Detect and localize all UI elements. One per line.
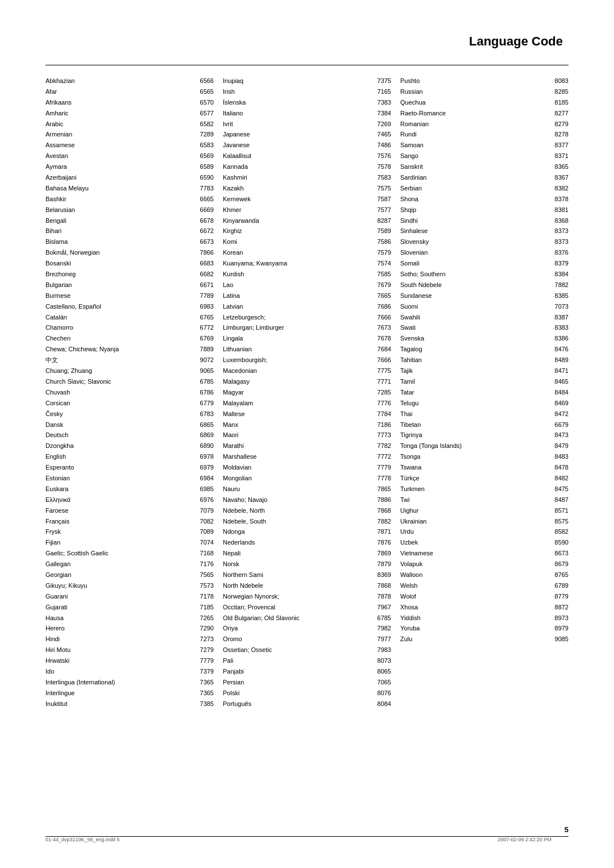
language-name: Luxembourgish; <box>223 356 373 364</box>
language-code: 7587 <box>373 195 391 203</box>
language-code: 7589 <box>373 227 391 235</box>
list-item: Kalaallisut7576 <box>223 152 391 160</box>
language-name: Bislama <box>45 238 196 246</box>
list-item: Raeto-Romance8277 <box>400 109 569 118</box>
language-name: Twi <box>400 496 550 504</box>
language-name: Euskara <box>45 485 196 493</box>
language-code: 6590 <box>196 173 214 182</box>
language-name: Tonga (Tonga Islands) <box>400 442 550 450</box>
language-code: 7176 <box>196 560 214 568</box>
language-code: 7576 <box>373 152 391 160</box>
language-name: Dansk <box>45 421 196 429</box>
language-code: 7878 <box>373 592 391 601</box>
language-name: Chamorro <box>45 323 196 332</box>
language-code: 8373 <box>550 238 569 246</box>
language-name: Ελληνικά <box>45 496 196 504</box>
language-code: 7665 <box>373 292 391 300</box>
language-name: Gallegan <box>45 560 196 568</box>
language-name: Uzbek <box>400 538 550 547</box>
list-item: 中文9072 <box>45 356 214 364</box>
language-name: Macedonian <box>223 367 373 375</box>
language-name: Dzongkha <box>45 442 196 450</box>
language-name: Irish <box>223 88 373 96</box>
language-name: Latvian <box>223 302 373 311</box>
list-item: Welsh6789 <box>400 582 569 590</box>
language-name: Kinyarwanda <box>223 217 373 225</box>
language-name: Inuktitut <box>45 700 196 708</box>
list-item: Hausa7265 <box>45 614 214 622</box>
language-name: Welsh <box>400 582 550 590</box>
list-item: Türkçe8482 <box>400 474 569 483</box>
list-item: Fijian7074 <box>45 538 214 547</box>
language-name: Urdu <box>400 528 550 536</box>
list-item: North Ndebele7868 <box>223 582 391 590</box>
language-code: 7583 <box>373 173 391 182</box>
list-item: Bokmål, Norwegian7866 <box>45 248 214 257</box>
list-item: Avestan6569 <box>45 152 214 160</box>
list-item: Lithuanian7684 <box>223 345 391 354</box>
language-name: Northern Sami <box>223 571 373 579</box>
language-name: Bengali <box>45 217 196 225</box>
list-item: Hiri Motu7279 <box>45 646 214 654</box>
language-name: Oromo <box>223 635 373 643</box>
language-name: Tamil <box>400 377 550 386</box>
language-code: 8083 <box>550 77 569 85</box>
language-name: Chuang; Zhuang <box>45 367 196 375</box>
language-name: Sinhalese <box>400 227 550 235</box>
language-name: Français <box>45 517 196 526</box>
language-code: 7383 <box>373 98 391 107</box>
list-item: Catalán6765 <box>45 313 214 322</box>
list-item: Rundi8278 <box>400 130 569 139</box>
language-code: 8385 <box>550 292 569 300</box>
list-item: Interlingua (International)7365 <box>45 678 214 687</box>
list-item: Ukrainian8575 <box>400 517 569 526</box>
language-code: 7876 <box>373 538 391 547</box>
list-item: Português8084 <box>223 700 391 708</box>
language-name: Polski <box>223 689 373 697</box>
list-item: Uzbek8590 <box>400 538 569 547</box>
language-code: 6673 <box>196 238 214 246</box>
list-item: Bislama6673 <box>45 238 214 246</box>
list-item: Pali8073 <box>223 657 391 665</box>
language-code: 7365 <box>196 689 214 697</box>
page: Language Code Abkhazian6566Afar6565Afrik… <box>0 0 614 868</box>
list-item: Samoan8377 <box>400 141 569 149</box>
list-item: Navaho; Navajo7886 <box>223 496 391 504</box>
language-name: Maori <box>223 431 373 439</box>
language-code: 6679 <box>550 421 569 429</box>
language-code: 8973 <box>550 614 569 622</box>
list-item: Abkhazian6566 <box>45 77 214 85</box>
language-code: 8673 <box>550 549 569 558</box>
language-name: Tswana <box>400 463 550 472</box>
language-name: Tatar <box>400 388 550 397</box>
list-item: Hrwatski7779 <box>45 657 214 665</box>
list-item: Slovenian8376 <box>400 248 569 257</box>
list-item: Frysk7089 <box>45 528 214 536</box>
list-item: Sundanese8385 <box>400 292 569 300</box>
language-name: Italiano <box>223 109 373 118</box>
list-item: Xhosa8872 <box>400 603 569 612</box>
language-name: Manx <box>223 421 373 429</box>
list-item: Sindhi8368 <box>400 217 569 225</box>
language-name: Georgian <box>45 571 196 579</box>
language-name: Hausa <box>45 614 196 622</box>
language-code: 7889 <box>196 345 214 354</box>
language-name: Occitan; Provencal <box>223 603 373 612</box>
list-item: Twi8487 <box>400 496 569 504</box>
language-name: Corsican <box>45 399 196 408</box>
language-name: Magyar <box>223 388 373 397</box>
list-item: Gallegan7176 <box>45 560 214 568</box>
list-item: Serbian8382 <box>400 184 569 193</box>
list-item: Aymara6589 <box>45 163 214 171</box>
language-table: Abkhazian6566Afar6565Afrikaans6570Amhari… <box>45 77 569 711</box>
list-item: Kernewek7587 <box>223 195 391 203</box>
language-name: Gujarati <box>45 603 196 612</box>
language-name: Xhosa <box>400 603 550 612</box>
language-name: Faroese <box>45 506 196 515</box>
language-code: 6672 <box>196 227 214 235</box>
language-code: 8471 <box>550 367 569 375</box>
top-divider <box>45 65 569 65</box>
language-code: 7666 <box>373 356 391 364</box>
list-item: Kirghiz7589 <box>223 227 391 235</box>
language-code: 7577 <box>373 206 391 214</box>
